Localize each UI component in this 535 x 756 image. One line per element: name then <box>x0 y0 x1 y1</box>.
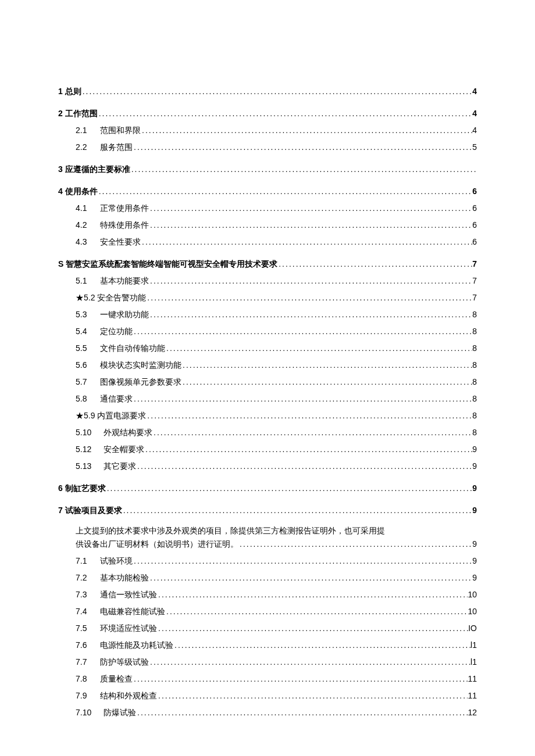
toc-leader <box>146 410 472 422</box>
toc-title: 一键求助功能 <box>100 310 149 319</box>
toc-page-num: 10 <box>468 605 477 618</box>
toc-page-num: 9 <box>472 555 477 567</box>
toc-entry-7-10: 7.10防爆试验 12 <box>76 707 477 719</box>
toc-leader <box>141 124 472 137</box>
toc-leader <box>81 85 473 98</box>
toc-entry-7-4: 7.4电磁兼容性能试验 10 <box>76 605 477 618</box>
toc-page-num: 8 <box>472 359 477 371</box>
toc-leader <box>106 482 473 495</box>
toc-title: 内置电源要求 <box>97 411 146 420</box>
toc-entry-5-7: 5.7图像视频单元参数要求 8 <box>76 376 477 388</box>
toc-page-num: 12 <box>468 707 477 719</box>
toc-num: 7.5 <box>76 622 100 635</box>
toc-num: 7.1 <box>76 555 100 567</box>
toc-num: 5.12 <box>76 443 104 456</box>
toc-num: 6 <box>58 483 63 493</box>
toc-num: 7.7 <box>76 656 100 668</box>
toc-page-num: 9 <box>472 460 477 472</box>
toc-title: 制缸艺要求 <box>65 483 106 493</box>
toc-num: 7.4 <box>76 605 100 618</box>
toc-entry-5-12: 5.12安全帽要求 9 <box>76 443 477 456</box>
toc-leader <box>149 309 472 321</box>
toc-title: 其它要求 <box>104 461 136 471</box>
toc-num: 5.6 <box>76 359 100 371</box>
toc-title: 模块状态实时监测功能 <box>100 360 181 370</box>
toc-page-num: l1 <box>470 656 477 668</box>
toc-num: 1 <box>58 87 63 96</box>
toc-title: 智慧安监系统配套智能终端智能可视型安全帽专用技术要求 <box>66 259 277 268</box>
toc-page-num: l1 <box>470 639 477 651</box>
toc-leader <box>165 605 468 618</box>
toc-num: 4.2 <box>76 219 100 231</box>
toc-num: 2.1 <box>76 124 100 137</box>
toc-page-num: 8 <box>472 376 477 388</box>
toc-num: 4 <box>58 187 63 196</box>
toc-page-num: 6 <box>472 219 477 231</box>
toc-page-num: 4 <box>472 124 477 137</box>
toc-leader <box>141 236 472 248</box>
toc-entry-4: 4 使用条件 6 <box>58 185 477 198</box>
toc-page-num: 6 <box>472 236 477 248</box>
toc-leader <box>173 639 470 651</box>
toc-leader <box>181 376 472 388</box>
toc-entry-7-3: 7.3通信一致性试验 10 <box>76 589 477 601</box>
toc-page-num: 7 <box>472 258 477 270</box>
toc-leader <box>149 202 472 214</box>
toc-title: 范围和界限 <box>100 126 141 135</box>
toc-entry-7: 7 试验项目及要求 9 <box>58 504 477 517</box>
toc-num: 7.10 <box>76 707 104 719</box>
toc-title: 外观结构要求 <box>104 428 152 437</box>
toc-entry-2: 2 工作范围 4 <box>58 108 477 120</box>
toc-page-num: 8 <box>472 309 477 321</box>
toc-leader <box>149 275 472 287</box>
toc-leader <box>152 427 472 439</box>
toc-entry-5-2: ★5.2 安全告警功能 7 <box>76 292 477 304</box>
toc-leader <box>238 538 472 550</box>
toc-num: 5.7 <box>76 376 100 388</box>
toc-num: S <box>58 259 63 268</box>
toc-entry-4-3: 4.3安全性要求 6 <box>76 236 477 248</box>
toc-entry-7-8: 7.8质量检查 11 <box>76 673 477 685</box>
toc-entry-1: 1 总则 4 <box>58 85 477 98</box>
toc-title: 防护等级试验 <box>100 657 149 667</box>
toc-entry-5-13: 5.13其它要求 9 <box>76 460 477 472</box>
toc-entry-5: S 智慧安监系统配套智能终端智能可视型安全帽专用技术要求 7 <box>58 258 477 270</box>
toc-entry-5-9: ★5.9 内置电源要求 8 <box>76 410 477 422</box>
toc-leader <box>149 219 472 231</box>
toc-note-paragraph: 上文提到的技术要求中涉及外观类的项目，除提供第三方检测报告证明外，也可采用提 供… <box>76 524 477 550</box>
toc-entry-5-1: 5.1基本功能要求 7 <box>76 275 477 287</box>
toc-page-num: 11 <box>468 673 477 685</box>
toc-page-num: 8 <box>472 325 477 338</box>
toc-num: 2 <box>58 109 63 118</box>
toc-leader <box>122 504 473 517</box>
toc-leader <box>133 393 472 405</box>
toc-page: 1 总则 4 2 工作范围 4 2.1范围和界限 4 2.2服务范围 5 3 应… <box>0 0 535 754</box>
toc-num: 4.1 <box>76 202 100 214</box>
toc-page-num: 6 <box>472 202 477 214</box>
toc-num: 7.8 <box>76 673 100 685</box>
toc-title: 使用条件 <box>65 187 98 196</box>
toc-leader <box>157 622 468 635</box>
toc-num: 7 <box>58 506 63 515</box>
toc-num: 7.6 <box>76 639 100 651</box>
toc-entry-3: 3 应遵循的主要标准 <box>58 163 477 175</box>
toc-entry-5-10: 5.10外观结构要求 8 <box>76 427 477 439</box>
toc-title: 正常使用条件 <box>100 203 149 213</box>
toc-page-num: 4 <box>472 85 477 98</box>
toc-title: 文件自动传输功能 <box>100 343 165 353</box>
toc-leader <box>157 690 468 702</box>
toc-title: 环境适应性试验 <box>100 624 157 633</box>
toc-title: 基本功能检验 <box>100 573 149 582</box>
toc-num: 4.3 <box>76 236 100 248</box>
toc-title: 安全帽要求 <box>104 445 144 454</box>
toc-title: 基本功能要求 <box>100 276 149 285</box>
toc-entry-7-7: 7.7防护等级试验 l1 <box>76 656 477 668</box>
toc-title: 防爆试验 <box>104 708 136 717</box>
toc-num: 5.13 <box>76 460 104 472</box>
toc-leader <box>130 163 477 175</box>
toc-entry-7-2: 7.2基本功能检验 9 <box>76 572 477 584</box>
toc-num: 5.10 <box>76 427 104 439</box>
toc-title: 安全性要求 <box>100 237 141 246</box>
toc-title: 安全告警功能 <box>97 293 146 302</box>
toc-num: 5.3 <box>76 309 100 321</box>
